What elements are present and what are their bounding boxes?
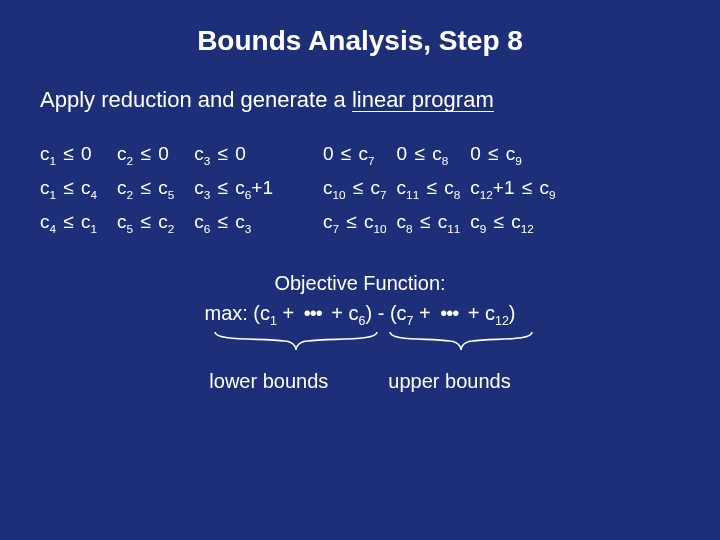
objective-formula: max: (c1 + ••• + c6) - (c7 + ••• + c12) — [40, 298, 680, 328]
constraint-cell: c1 ≤ c4 — [40, 177, 97, 199]
constraint-col: 0 ≤ c9 c12+1 ≤ c9 c9 ≤ c12 — [470, 143, 555, 233]
constraints-right-group: 0 ≤ c7 c10 ≤ c7 c7 ≤ c10 0 ≤ c8 c11 ≤ c8… — [323, 143, 556, 233]
constraint-cell: 0 ≤ c8 — [397, 143, 461, 165]
constraint-col: 0 ≤ c8 c11 ≤ c8 c8 ≤ c11 — [397, 143, 461, 233]
constraint-col: c2 ≤ 0 c2 ≤ c5 c5 ≤ c2 — [117, 143, 174, 233]
constraint-cell: c2 ≤ 0 — [117, 143, 174, 165]
constraint-cell: c12+1 ≤ c9 — [470, 177, 555, 199]
upper-bounds-label: upper bounds — [388, 366, 510, 396]
constraint-cell: c1 ≤ 0 — [40, 143, 97, 165]
constraint-cell: c9 ≤ c12 — [470, 211, 555, 233]
constraint-cell: 0 ≤ c9 — [470, 143, 555, 165]
curly-braces-icon — [180, 330, 540, 358]
slide-title: Bounds Analysis, Step 8 — [40, 25, 680, 57]
constraint-cell: c8 ≤ c11 — [397, 211, 461, 233]
subtitle-text-b: linear program — [352, 88, 494, 112]
constraint-col: 0 ≤ c7 c10 ≤ c7 c7 ≤ c10 — [323, 143, 387, 233]
constraint-cell: c2 ≤ c5 — [117, 177, 174, 199]
constraint-cell: c10 ≤ c7 — [323, 177, 387, 199]
brace-row — [40, 330, 680, 358]
slide-subtitle: Apply reduction and generate a linear pr… — [40, 87, 680, 113]
constraint-cell: c5 ≤ c2 — [117, 211, 174, 233]
constraints-left-group: c1 ≤ 0 c1 ≤ c4 c4 ≤ c1 c2 ≤ 0 c2 ≤ c5 c5… — [40, 143, 273, 233]
constraint-col: c3 ≤ 0 c3 ≤ c6+1 c6 ≤ c3 — [194, 143, 273, 233]
constraint-cell: c6 ≤ c3 — [194, 211, 273, 233]
constraint-cell: c11 ≤ c8 — [397, 177, 461, 199]
objective-heading: Objective Function: — [40, 268, 680, 298]
constraint-cell: c3 ≤ 0 — [194, 143, 273, 165]
constraints-table: c1 ≤ 0 c1 ≤ c4 c4 ≤ c1 c2 ≤ 0 c2 ≤ c5 c5… — [40, 143, 680, 233]
constraint-cell: c7 ≤ c10 — [323, 211, 387, 233]
subtitle-text-a: Apply reduction and generate a — [40, 87, 352, 112]
constraint-cell: c4 ≤ c1 — [40, 211, 97, 233]
brace-labels: lower bounds upper bounds — [40, 366, 680, 396]
objective-section: Objective Function: max: (c1 + ••• + c6)… — [40, 268, 680, 396]
lower-bounds-label: lower bounds — [209, 366, 328, 396]
constraint-cell: 0 ≤ c7 — [323, 143, 387, 165]
constraint-col: c1 ≤ 0 c1 ≤ c4 c4 ≤ c1 — [40, 143, 97, 233]
constraint-cell: c3 ≤ c6+1 — [194, 177, 273, 199]
